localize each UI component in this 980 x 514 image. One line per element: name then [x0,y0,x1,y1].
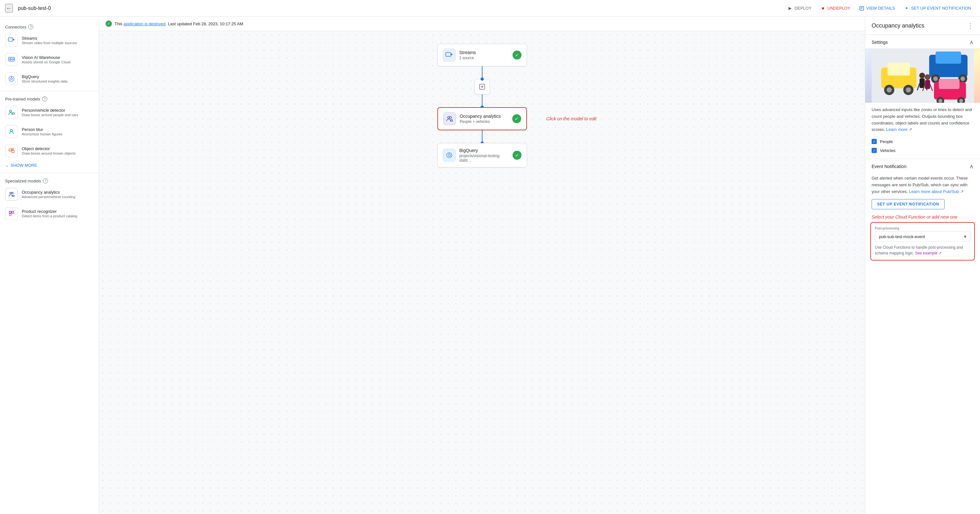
description-text: Uses advanced inputs like zones or lines… [865,107,980,137]
deploy-icon: ▶ [788,6,792,11]
flow-container: Streams 1 source ✓ [438,44,527,168]
sidebar-item-streams[interactable]: Streams Stream video from multiple sourc… [0,31,99,50]
svg-marker-20 [451,53,453,55]
sidebar-item-object-detector[interactable]: Object detector Draw boxes around known … [0,141,99,160]
person-blur-icon [5,125,18,138]
sidebar-item-product-recognizer[interactable]: Product recognizer Detect items from a p… [0,204,99,223]
svg-rect-3 [8,38,13,41]
flow-node-bigquery[interactable]: BigQuery projects/visional-testing-stabl… [438,143,527,168]
post-processing-box: Post-processing pub-sub-test-mock-event … [870,222,975,260]
flow-bigquery-text: BigQuery projects/visional-testing-stabl… [460,148,509,163]
connector-dot-1 [480,77,484,81]
right-panel-header: Occupancy analytics ⋮ [865,17,980,35]
specialized-help-icon[interactable]: ? [43,178,48,184]
svg-point-51 [925,74,931,80]
settings-label: Settings [872,40,888,45]
sidebar-item-occupancy[interactable]: Occupancy analytics Advanced person/vehi… [0,185,99,204]
product-recognizer-icon [5,207,18,220]
post-processing-label: Post-processing [875,227,970,230]
svg-rect-11 [12,113,14,114]
occupancy-icon [5,188,18,201]
flow-node-occupancy[interactable]: Occupancy analytics People + vehicles ✓ … [438,107,527,130]
svg-point-23 [450,117,452,118]
setup-event-button-topbar[interactable]: ✦ SET UP EVENT NOTIFICATION [900,4,975,13]
sidebar-item-person-vehicle[interactable]: Person/vehicle detector Draw boxes aroun… [0,103,99,122]
svg-point-17 [10,192,11,194]
svg-rect-42 [939,79,959,89]
view-details-button[interactable]: VIEW DETAILS [855,4,899,13]
flow-occupancy-icon [443,112,456,125]
occupancy-text: Occupancy analytics Advanced person/vehi… [22,190,75,199]
connectors-help-icon[interactable]: ? [28,24,33,29]
sidebar-item-person-blur[interactable]: Person blur Anonymize human figures [0,122,99,141]
right-panel-menu-icon[interactable]: ⋮ [967,22,974,29]
object-detector-text: Object detector Draw boxes around known … [22,146,75,155]
flow-middle-node[interactable] [474,79,490,94]
topbar-actions: ▶ DEPLOY ■ UNDEPLOY VIEW DETAILS ✦ SET U… [784,4,975,13]
people-checkbox[interactable]: ✓ [872,139,877,144]
svg-rect-52 [925,80,930,89]
application-deployed-link[interactable]: application is deployed [123,21,165,26]
bigquery-icon [5,72,18,85]
svg-point-34 [906,87,911,93]
bigquery-text: BigQuery Store structured insights data [22,74,67,83]
setup-event-notification-button[interactable]: SET UP EVENT NOTIFICATION [872,199,945,209]
svg-point-44 [939,99,942,103]
topbar: ← pub-sub-test-0 ▶ DEPLOY ■ UNDEPLOY VIE… [0,0,980,17]
svg-rect-15 [12,150,14,153]
post-processing-select[interactable]: pub-sub-test-mock-event [875,231,970,242]
undeploy-icon: ■ [821,6,826,11]
flow-streams-text: Streams 1 source [460,50,509,60]
sidebar-item-bigquery[interactable]: BigQuery Store structured insights data [0,69,99,88]
page-title: pub-sub-test-0 [18,5,51,11]
svg-point-10 [10,110,11,112]
flow-connector-3 [482,130,482,143]
see-example-link[interactable]: See example ↗ [915,251,942,255]
svg-rect-16 [12,148,13,150]
main-layout: Connectors ? Streams Stream video from m… [0,17,980,514]
flow-node-streams[interactable]: Streams 1 source ✓ [438,44,527,66]
canvas-area: ✓ This application is deployed. Last upd… [99,17,865,514]
event-notification-label: Event Notification [872,164,907,169]
spacer [865,155,980,159]
click-hint: Click on the model to edit [546,116,596,121]
svg-point-32 [887,87,892,93]
canvas-dot-background: Streams 1 source ✓ [99,31,865,513]
svg-point-22 [448,117,450,118]
status-bar: ✓ This application is deployed. Last upd… [99,17,865,31]
select-cloud-function-hint: Select your Cloud Function or add new on… [865,213,980,222]
learn-more-link[interactable]: Learn more ↗ [886,127,912,132]
flow-bigquery-check: ✓ [512,151,522,160]
pubsub-learn-more-link[interactable]: Learn more about Pub/Sub ↗ [909,189,964,194]
svg-point-46 [959,99,963,103]
show-more-button[interactable]: ⌄ SHOW MORE [0,160,99,170]
setup-event-icon: ✦ [904,6,909,11]
preview-image [865,48,980,103]
sidebar-item-vision-warehouse[interactable]: Vision AI Warehouse Assets stored on Goo… [0,50,99,69]
vehicles-check-icon: ✓ [873,148,876,153]
deploy-button[interactable]: ▶ DEPLOY [784,4,815,13]
svg-point-8 [11,78,13,80]
undeploy-button[interactable]: ■ UNDEPLOY [817,4,854,13]
settings-toggle-icon[interactable]: ∧ [969,39,974,46]
svg-line-27 [450,156,452,156]
person-blur-text: Person blur Anonymize human figures [22,127,62,136]
people-check-icon: ✓ [873,140,876,144]
vision-warehouse-text: Vision AI Warehouse Assets stored on Goo… [22,55,70,64]
settings-section-header: Settings ∧ [865,35,980,48]
sidebar: Connectors ? Streams Stream video from m… [0,17,99,514]
back-icon: ← [6,5,12,12]
streams-text: Streams Stream video from multiple sourc… [22,36,77,45]
streams-icon [5,34,18,47]
flow-occupancy-text: Occupancy analytics People + vehicles [460,113,508,124]
checkbox-people-row: ✓ People [865,137,980,146]
vehicles-checkbox[interactable]: ✓ [872,148,877,153]
sidebar-divider-1 [0,91,99,91]
pretrained-help-icon[interactable]: ? [42,96,47,101]
event-toggle-icon[interactable]: ∧ [969,163,974,170]
back-button[interactable]: ← [5,4,13,13]
svg-point-38 [933,77,938,81]
chevron-down-icon: ⌄ [5,163,9,168]
people-label: People [880,139,893,144]
svg-rect-0 [860,6,864,10]
